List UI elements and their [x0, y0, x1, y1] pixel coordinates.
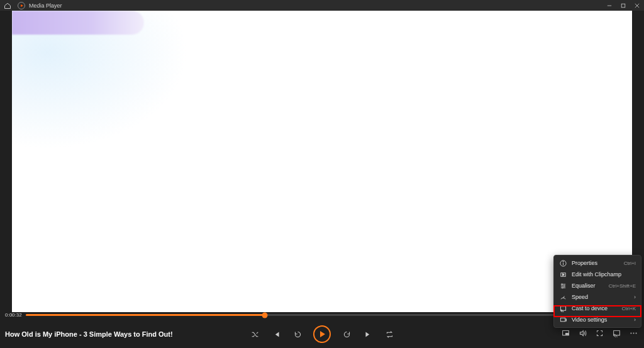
seek-fill	[26, 314, 265, 316]
cast-button[interactable]	[613, 328, 621, 340]
volume-button[interactable]	[579, 328, 587, 340]
minimize-button[interactable]	[602, 0, 616, 11]
cast-icon	[559, 305, 567, 312]
center-controls	[249, 325, 395, 343]
skip-forward-button[interactable]	[341, 328, 352, 340]
media-title: How Old is My iPhone - 3 Simple Ways to …	[0, 330, 173, 338]
svg-point-8	[633, 333, 635, 334]
svg-rect-22	[560, 318, 565, 322]
svg-point-7	[630, 333, 631, 334]
title-bar: Media Player	[0, 0, 644, 11]
seek-bar[interactable]	[26, 314, 639, 316]
menu-item-video-settings[interactable]: Video settings ›	[554, 314, 641, 325]
chevron-right-icon: ›	[634, 294, 636, 300]
progress-row: 0:00:32	[5, 312, 639, 318]
svg-line-20	[563, 296, 564, 298]
video-settings-icon	[559, 316, 567, 323]
shuffle-button[interactable]	[249, 328, 260, 340]
right-controls	[562, 328, 644, 340]
mini-player-button[interactable]	[562, 328, 570, 340]
maximize-button[interactable]	[616, 0, 630, 11]
equaliser-icon	[559, 282, 567, 289]
fullscreen-button[interactable]	[596, 328, 604, 340]
previous-button[interactable]	[270, 328, 282, 340]
svg-point-9	[636, 333, 637, 334]
menu-item-equaliser[interactable]: Equaliser Ctrl+Shift+E	[554, 280, 641, 291]
svg-rect-1	[621, 4, 625, 8]
current-time-label: 0:00:32	[5, 312, 22, 318]
more-button[interactable]	[630, 328, 638, 340]
app-icon	[18, 2, 25, 9]
info-icon	[559, 259, 567, 267]
clipchamp-icon	[559, 271, 567, 278]
app-title: Media Player	[29, 3, 62, 9]
control-bar: How Old is My iPhone - 3 Simple Ways to …	[0, 320, 644, 348]
chevron-right-icon: ›	[634, 317, 636, 323]
svg-point-12	[563, 261, 564, 262]
video-content	[12, 11, 144, 35]
next-button[interactable]	[362, 328, 374, 340]
menu-item-properties[interactable]: Properties Ctrl+I	[554, 257, 641, 269]
speed-icon	[559, 293, 567, 301]
skip-back-button[interactable]	[292, 328, 303, 340]
seek-thumb[interactable]	[262, 312, 268, 318]
home-icon[interactable]	[4, 2, 11, 9]
menu-item-speed[interactable]: Speed ›	[554, 291, 641, 303]
close-button[interactable]	[630, 0, 644, 11]
more-options-menu: Properties Ctrl+I Edit with Clipchamp Eq…	[553, 255, 641, 328]
play-button[interactable]	[313, 325, 331, 343]
video-canvas[interactable]	[12, 11, 632, 312]
svg-point-18	[564, 285, 565, 286]
svg-point-17	[561, 283, 562, 284]
svg-rect-5	[566, 334, 569, 335]
repeat-button[interactable]	[384, 328, 395, 340]
menu-item-edit-clipchamp[interactable]: Edit with Clipchamp	[554, 269, 641, 280]
svg-point-19	[562, 287, 563, 288]
menu-item-cast-to-device[interactable]: Cast to device Ctrl+K	[554, 303, 641, 314]
